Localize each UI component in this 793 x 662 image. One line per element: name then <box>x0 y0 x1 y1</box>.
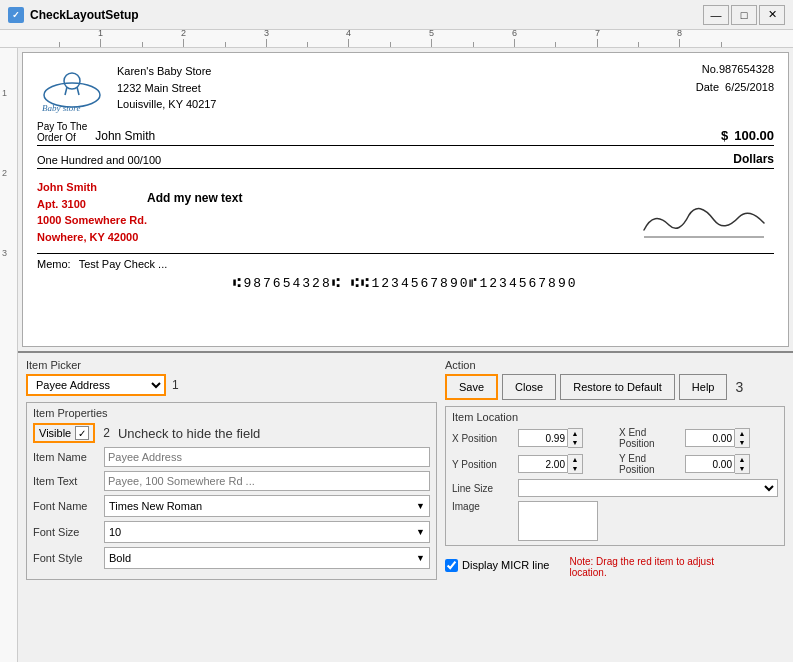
item-picker-label: Item Picker <box>26 359 437 371</box>
font-name-label: Font Name <box>33 500 98 512</box>
left-ruler: 1 2 3 <box>0 48 18 662</box>
x-end-down[interactable]: ▼ <box>735 438 749 447</box>
date-value: 6/25/2018 <box>725 81 774 93</box>
item-text-input[interactable] <box>104 471 430 491</box>
title-bar: ✓ CheckLayoutSetup — □ ✕ <box>0 0 793 30</box>
y-end-label: Y End Position <box>619 453 681 475</box>
image-label: Image <box>452 501 514 512</box>
maximize-button[interactable]: □ <box>731 5 757 25</box>
payee-name: John Smith <box>95 129 711 143</box>
line-size-label: Line Size <box>452 483 514 494</box>
svg-text:Baby store: Baby store <box>42 103 80 113</box>
badge-1: 1 <box>172 378 179 392</box>
font-style-select[interactable]: Bold ▼ <box>104 547 430 569</box>
check-no-label: No. <box>702 63 719 75</box>
check-number: 987654328 <box>719 63 774 75</box>
display-micr-label: Display MICR line <box>462 559 549 571</box>
item-properties-label: Item Properties <box>33 407 430 419</box>
y-position-up[interactable]: ▲ <box>568 455 582 464</box>
signature <box>634 195 774 245</box>
pay-to-label: Pay To The Order Of <box>37 121 87 143</box>
action-label: Action <box>445 359 785 371</box>
app-icon: ✓ <box>8 7 24 23</box>
amount-symbol: $ <box>721 128 728 143</box>
amount-value: 100.00 <box>734 128 774 143</box>
y-position-down[interactable]: ▼ <box>568 464 582 473</box>
font-size-label: Font Size <box>33 526 98 538</box>
font-style-value: Bold <box>109 552 416 564</box>
svg-line-2 <box>65 87 67 95</box>
font-name-select[interactable]: Times New Roman ▼ <box>104 495 430 517</box>
font-style-label: Font Style <box>33 552 98 564</box>
x-position-label: X Position <box>452 433 514 444</box>
image-preview <box>518 501 598 541</box>
x-end-label: X End Position <box>619 427 681 449</box>
amount-words: One Hundred and 00/100 <box>37 154 723 166</box>
font-name-value: Times New Roman <box>109 500 416 512</box>
font-style-dropdown-icon: ▼ <box>416 553 425 563</box>
y-position-label: Y Position <box>452 459 514 470</box>
line-size-select[interactable] <box>518 479 778 497</box>
font-size-dropdown-icon: ▼ <box>416 527 425 537</box>
save-button[interactable]: Save <box>445 374 498 400</box>
visible-label-box: Visible ✓ <box>33 423 95 443</box>
payee-address: John Smith Apt. 3100 1000 Somewhere Rd. … <box>37 179 147 245</box>
item-name-label: Item Name <box>33 451 98 463</box>
item-properties-group: Item Properties Visible ✓ 2 Uncheck to h… <box>26 402 437 580</box>
micr-line: ⑆987654328⑆ ⑆⑆1234567890⑈1234567890 <box>37 276 774 291</box>
y-end-up[interactable]: ▲ <box>735 455 749 464</box>
visible-checkbox[interactable]: ✓ <box>75 426 89 440</box>
font-size-select[interactable]: 10 ▼ <box>104 521 430 543</box>
window-title: CheckLayoutSetup <box>30 8 139 22</box>
close-window-button[interactable]: ✕ <box>759 5 785 25</box>
uncheck-hint: Uncheck to hide the field <box>118 426 260 441</box>
item-name-input[interactable] <box>104 447 430 467</box>
note-text: Note: Drag the red item to adjust locati… <box>569 556 714 578</box>
date-label: Date <box>696 81 719 93</box>
item-location-label: Item Location <box>452 411 778 423</box>
company-address1: 1232 Main Street <box>117 80 216 97</box>
check-preview: Baby store Karen's Baby Store 1232 Main … <box>22 52 789 347</box>
y-end-down[interactable]: ▼ <box>735 464 749 473</box>
memo-value: Test Pay Check ... <box>79 258 168 270</box>
additional-text: Add my new text <box>147 191 242 205</box>
badge-2: 2 <box>103 426 110 440</box>
svg-line-3 <box>77 87 79 95</box>
company-name: Karen's Baby Store <box>117 63 216 80</box>
item-location-group: Item Location X Position ▲ ▼ <box>445 406 785 546</box>
font-size-value: 10 <box>109 526 416 538</box>
x-end-up[interactable]: ▲ <box>735 429 749 438</box>
ruler: 1 2 3 4 5 6 7 8 <box>0 30 793 48</box>
y-position-input[interactable] <box>518 455 568 473</box>
x-position-input[interactable] <box>518 429 568 447</box>
dollars-label: Dollars <box>733 152 774 166</box>
x-position-down[interactable]: ▼ <box>568 438 582 447</box>
svg-point-1 <box>64 73 80 89</box>
visible-text: Visible <box>39 427 71 439</box>
help-button[interactable]: Help <box>679 374 728 400</box>
bottom-panel: Item Picker Payee Address 1 Item Propert… <box>18 351 793 662</box>
x-end-input[interactable] <box>685 429 735 447</box>
item-text-label: Item Text <box>33 475 98 487</box>
minimize-button[interactable]: — <box>703 5 729 25</box>
x-position-up[interactable]: ▲ <box>568 429 582 438</box>
y-end-input[interactable] <box>685 455 735 473</box>
display-micr-checkbox[interactable] <box>445 559 458 572</box>
restore-default-button[interactable]: Restore to Default <box>560 374 675 400</box>
font-name-dropdown-icon: ▼ <box>416 501 425 511</box>
badge-3: 3 <box>735 379 743 395</box>
company-address2: Louisville, KY 40217 <box>117 96 216 113</box>
memo-label: Memo: <box>37 258 71 270</box>
close-button[interactable]: Close <box>502 374 556 400</box>
item-picker-select[interactable]: Payee Address <box>26 374 166 396</box>
company-logo: Baby store <box>37 63 107 113</box>
